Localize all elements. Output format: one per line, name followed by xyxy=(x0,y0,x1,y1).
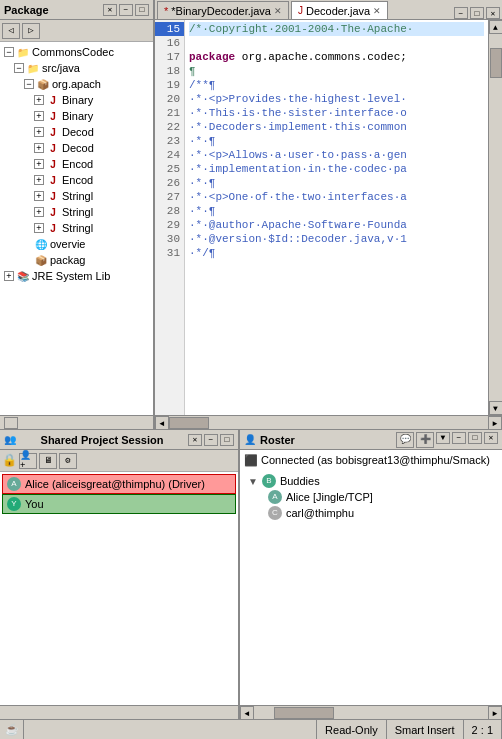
h-scroll-thumb[interactable] xyxy=(169,417,209,429)
minimize-icon[interactable]: − xyxy=(454,7,468,19)
tab-close-icon[interactable]: ✕ xyxy=(274,6,282,16)
line-num-22: 22 xyxy=(155,120,184,134)
package-icon: 📦 xyxy=(34,253,48,267)
tree-item-string2[interactable]: + J Stringl xyxy=(0,204,153,220)
session-status-bar xyxy=(0,705,238,719)
scroll-left-arrow[interactable]: ◄ xyxy=(155,416,169,430)
scroll-left-arrow[interactable]: ◄ xyxy=(240,706,254,720)
session-icon: 👥 xyxy=(4,434,16,446)
tree-item-decod2[interactable]: + J Decod xyxy=(0,140,153,156)
scroll-left-arrow[interactable] xyxy=(4,417,18,429)
roster-item-carl[interactable]: C carl@thimphu xyxy=(248,505,498,521)
expand-icon[interactable]: + xyxy=(34,127,44,137)
tree-item-package[interactable]: 📦 packag xyxy=(0,252,153,268)
status-icon-segment: ☕ xyxy=(0,720,24,739)
screen-share-button[interactable]: 🖥 xyxy=(39,453,57,469)
code-line-27: ·*·<p>One·of·the·two·interfaces·a xyxy=(189,190,484,204)
expand-icon[interactable]: − xyxy=(14,63,24,73)
group-icon: B xyxy=(262,474,276,488)
package-scrollbar-h[interactable] xyxy=(0,415,153,429)
maximize-icon[interactable]: □ xyxy=(468,432,482,444)
add-user-button[interactable]: 👤+ xyxy=(19,453,37,469)
scroll-thumb[interactable] xyxy=(490,48,502,78)
tab-binary-decoder[interactable]: * *BinaryDecoder.java ✕ xyxy=(157,1,289,19)
expand-icon[interactable]: − xyxy=(4,47,14,57)
status-bar: ☕ Read-Only Smart Insert 2 : 1 xyxy=(0,719,502,739)
tree-item-label: JRE System Lib xyxy=(32,270,110,282)
session-toolbar: 🔒 👤+ 🖥 ⚙ xyxy=(0,450,238,472)
tree-item-encod2[interactable]: + J Encod xyxy=(0,172,153,188)
minimize-icon[interactable]: − xyxy=(119,4,133,16)
dropdown-icon[interactable]: ▼ xyxy=(436,432,450,444)
editor-tabs: * *BinaryDecoder.java ✕ J Decoder.java ✕… xyxy=(155,0,502,20)
code-line-30: ·*·@version·$Id::Decoder.java,v·1 xyxy=(189,232,484,246)
tree-item-commons[interactable]: − 📁 CommonsCodec xyxy=(0,44,153,60)
expand-icon[interactable]: − xyxy=(24,79,34,89)
tree-item-binary2[interactable]: + J Binary xyxy=(0,108,153,124)
tree-item-encod1[interactable]: + J Encod xyxy=(0,156,153,172)
maximize-icon[interactable]: □ xyxy=(470,7,484,19)
chat-button[interactable]: 💬 xyxy=(396,432,414,448)
expand-icon[interactable]: + xyxy=(34,223,44,233)
h-scroll-thumb[interactable] xyxy=(274,707,334,719)
tree-item-overview[interactable]: 🌐 overvie xyxy=(0,236,153,252)
expand-icon[interactable]: + xyxy=(34,207,44,217)
close-icon[interactable]: ✕ xyxy=(103,4,117,16)
tree-item-src[interactable]: − 📁 src/java xyxy=(0,60,153,76)
package-toolbar: ◁ ▷ xyxy=(0,20,153,42)
code-line-19: /**¶ xyxy=(189,78,484,92)
close-icon[interactable]: ✕ xyxy=(484,432,498,444)
close-icon[interactable]: ✕ xyxy=(486,7,500,19)
forward-button[interactable]: ▷ xyxy=(22,23,40,39)
tree-item-jre[interactable]: + 📚 JRE System Lib xyxy=(0,268,153,284)
code-line-18: ¶ xyxy=(189,64,484,78)
tree-item-string1[interactable]: + J Stringl xyxy=(0,188,153,204)
settings-button[interactable]: ⚙ xyxy=(59,453,77,469)
tab-java-icon: J xyxy=(298,5,303,16)
maximize-icon[interactable]: □ xyxy=(135,4,149,16)
expand-icon[interactable]: + xyxy=(34,175,44,185)
tab-close-icon[interactable]: ✕ xyxy=(373,6,381,16)
tree-item-label: Binary xyxy=(62,110,93,122)
expand-icon[interactable]: + xyxy=(34,159,44,169)
add-contact-button[interactable]: ➕ xyxy=(416,432,434,448)
code-line-16 xyxy=(189,36,484,50)
code-line-29: ·*·@author·Apache·Software·Founda xyxy=(189,218,484,232)
session-panel-header: 👥 Shared Project Session ✕ − □ xyxy=(0,430,238,450)
roster-panel-controls: 💬 ➕ ▼ − □ ✕ xyxy=(396,432,498,448)
back-button[interactable]: ◁ xyxy=(2,23,20,39)
tree-item-decod1[interactable]: + J Decod xyxy=(0,124,153,140)
maximize-icon[interactable]: □ xyxy=(220,434,234,446)
scroll-right-arrow[interactable]: ► xyxy=(488,706,502,720)
expand-icon[interactable]: + xyxy=(34,111,44,121)
expand-icon[interactable]: + xyxy=(34,191,44,201)
tab-modified-icon: * xyxy=(164,5,168,17)
minimize-icon[interactable]: − xyxy=(452,432,466,444)
code-editor[interactable]: /*·Copyright·2001-2004·The·Apache· packa… xyxy=(185,20,488,415)
roster-scrollbar-h[interactable]: ◄ ► xyxy=(240,705,502,719)
roster-item-alice[interactable]: A Alice [Jingle/TCP] xyxy=(248,489,498,505)
expand-icon[interactable]: + xyxy=(34,95,44,105)
editor-scrollbar-h[interactable]: ◄ ► xyxy=(155,415,502,429)
roster-group-header[interactable]: ▼ B Buddies xyxy=(248,473,498,489)
session-item-you[interactable]: Y You xyxy=(2,494,236,514)
tree-item-binary1[interactable]: + J Binary xyxy=(0,92,153,108)
roster-content: ⬛ Connected (as bobisgreat13@thimphu/Sma… xyxy=(240,450,502,705)
tree-item-label: overvie xyxy=(50,238,85,250)
session-item-alice[interactable]: A Alice (aliceisgreat@thimphu) (Driver) xyxy=(2,474,236,494)
scroll-right-arrow[interactable]: ► xyxy=(488,416,502,430)
session-panel-title: Shared Project Session xyxy=(41,434,164,446)
connection-status-text: Connected (as bobisgreat13@thimphu/Smack… xyxy=(261,454,490,466)
expand-icon[interactable]: + xyxy=(4,271,14,281)
tree-item-string3[interactable]: + J Stringl xyxy=(0,220,153,236)
close-icon[interactable]: ✕ xyxy=(188,434,202,446)
scroll-up-arrow[interactable]: ▲ xyxy=(489,20,503,34)
tree-item-label: org.apach xyxy=(52,78,101,90)
minimize-icon[interactable]: − xyxy=(204,434,218,446)
tab-decoder[interactable]: J Decoder.java ✕ xyxy=(291,1,388,19)
tree-item-org[interactable]: − 📦 org.apach xyxy=(0,76,153,92)
editor-scrollbar-v[interactable]: ▲ ▼ xyxy=(488,20,502,415)
expand-icon[interactable]: + xyxy=(34,143,44,153)
scroll-down-arrow[interactable]: ▼ xyxy=(489,401,503,415)
expand-icon[interactable]: ▼ xyxy=(248,476,258,487)
